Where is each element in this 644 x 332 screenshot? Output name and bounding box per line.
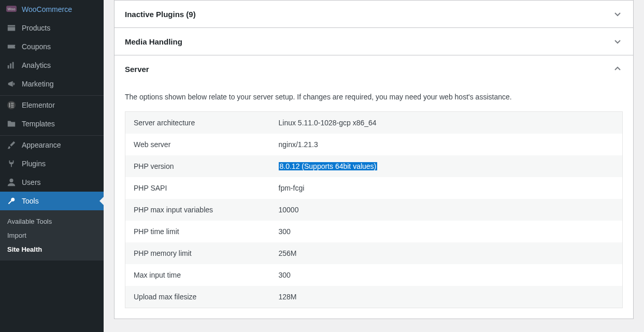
svg-rect-4	[12, 62, 14, 69]
row-label: Upload max filesize	[125, 286, 270, 308]
megaphone-icon	[6, 79, 17, 89]
table-row: PHP time limit300	[125, 221, 623, 242]
table-row: Server architectureLinux 5.11.0-1028-gcp…	[125, 112, 623, 134]
chevron-down-icon	[612, 9, 623, 19]
row-value: 256M	[270, 242, 623, 264]
server-description: The options shown below relate to your s…	[125, 82, 623, 111]
table-row: Upload max filesize128M	[125, 286, 623, 308]
row-value: fpm-fcgi	[270, 177, 623, 199]
row-value: 300	[270, 264, 623, 286]
row-value: 10000	[270, 199, 623, 221]
sidebar-item-woocommerce[interactable]: Woo WooCommerce	[0, 0, 104, 19]
tools-submenu: Available Tools Import Site Health	[0, 210, 104, 261]
folder-icon	[6, 119, 17, 129]
row-value: 8.0.12 (Supports 64bit values)	[270, 155, 623, 177]
elementor-icon	[6, 100, 17, 110]
section-title: Media Handling	[125, 37, 182, 46]
section-title: Server	[125, 65, 149, 74]
sidebar-item-label: Elementor	[22, 101, 55, 109]
main-content: Inactive Plugins (9) Media Handling Serv…	[104, 0, 644, 332]
chevron-up-icon	[612, 64, 623, 74]
sidebar-item-users[interactable]: Users	[0, 173, 104, 192]
brush-icon	[6, 140, 17, 150]
wrench-icon	[6, 196, 17, 206]
table-row: Max input time300	[125, 264, 623, 286]
section-inactive-plugins: Inactive Plugins (9)	[114, 0, 634, 28]
section-media-handling: Media Handling	[114, 28, 634, 55]
row-label: PHP SAPI	[125, 177, 270, 199]
row-value: 128M	[270, 286, 623, 308]
svg-rect-3	[10, 63, 11, 68]
sidebar-item-label: Plugins	[22, 160, 46, 168]
admin-sidebar: Woo WooCommerce Products Coupons Analyti…	[0, 0, 104, 332]
highlighted-text: 8.0.12 (Supports 64bit values)	[279, 162, 378, 170]
svg-rect-6	[9, 103, 10, 108]
submenu-item-available-tools[interactable]: Available Tools	[0, 214, 104, 228]
row-label: PHP max input variables	[125, 199, 270, 221]
submenu-item-import[interactable]: Import	[0, 228, 104, 242]
table-row: PHP version8.0.12 (Supports 64bit values…	[125, 155, 623, 177]
accordion-toggle-inactive-plugins[interactable]: Inactive Plugins (9)	[115, 1, 633, 27]
table-row: PHP max input variables10000	[125, 199, 623, 221]
row-label: Server architecture	[125, 112, 270, 134]
sidebar-item-label: Tools	[22, 197, 39, 205]
server-section-body: The options shown below relate to your s…	[115, 82, 633, 319]
sidebar-item-label: WooCommerce	[22, 5, 72, 13]
server-info-table: Server architectureLinux 5.11.0-1028-gcp…	[125, 111, 623, 308]
accordion-toggle-server[interactable]: Server	[115, 55, 633, 82]
sidebar-item-label: Appearance	[22, 141, 61, 149]
svg-point-10	[9, 179, 13, 182]
sidebar-item-coupons[interactable]: Coupons	[0, 37, 104, 56]
plug-icon	[6, 158, 17, 169]
row-label: PHP version	[125, 155, 270, 177]
row-value: nginx/1.21.3	[270, 134, 623, 155]
sidebar-item-label: Coupons	[22, 42, 51, 51]
ticket-icon	[6, 41, 17, 52]
svg-rect-8	[11, 105, 13, 106]
table-row: PHP SAPIfpm-fcgi	[125, 177, 623, 199]
sidebar-item-templates[interactable]: Templates	[0, 114, 104, 133]
submenu-item-site-health[interactable]: Site Health	[0, 242, 104, 256]
sidebar-item-label: Marketing	[22, 80, 53, 88]
svg-rect-2	[8, 65, 9, 68]
svg-rect-9	[11, 107, 13, 108]
table-row: PHP memory limit256M	[125, 242, 623, 264]
section-title: Inactive Plugins (9)	[125, 10, 196, 19]
row-label: Max input time	[125, 264, 270, 286]
sidebar-item-label: Templates	[22, 120, 55, 128]
sidebar-item-elementor[interactable]: Elementor	[0, 96, 104, 114]
sidebar-item-analytics[interactable]: Analytics	[0, 56, 104, 75]
row-value: 300	[270, 221, 623, 242]
sidebar-item-label: Users	[22, 178, 41, 186]
user-icon	[6, 177, 17, 187]
sidebar-item-products[interactable]: Products	[0, 19, 104, 37]
sidebar-item-appearance[interactable]: Appearance	[0, 136, 104, 154]
accordion-toggle-media-handling[interactable]: Media Handling	[115, 28, 633, 55]
section-server: Server The options shown below relate to…	[114, 55, 634, 319]
sidebar-item-marketing[interactable]: Marketing	[0, 75, 104, 93]
row-label: Web server	[125, 134, 270, 155]
sidebar-item-label: Analytics	[22, 61, 51, 69]
sidebar-item-tools[interactable]: Tools	[0, 192, 104, 210]
bars-icon	[6, 60, 17, 70]
row-label: PHP time limit	[125, 221, 270, 242]
box-icon	[6, 23, 17, 33]
svg-rect-7	[11, 103, 13, 104]
chevron-down-icon	[612, 36, 623, 47]
svg-text:Woo: Woo	[7, 7, 15, 11]
row-value: Linux 5.11.0-1028-gcp x86_64	[270, 112, 623, 134]
woocommerce-icon: Woo	[6, 4, 17, 15]
sidebar-item-plugins[interactable]: Plugins	[0, 154, 104, 173]
table-row: Web servernginx/1.21.3	[125, 134, 623, 155]
row-label: PHP memory limit	[125, 242, 270, 264]
sidebar-item-label: Products	[22, 24, 50, 32]
